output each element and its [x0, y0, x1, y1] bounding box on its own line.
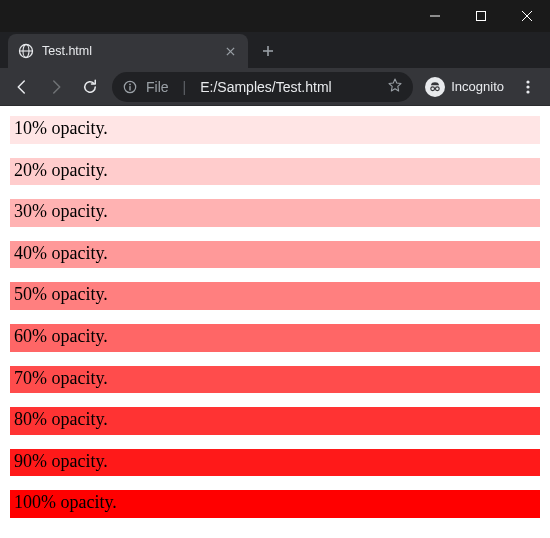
incognito-icon — [425, 77, 445, 97]
opacity-bar: 90% opacity. — [10, 449, 540, 477]
address-bar[interactable]: File | E:/Samples/Test.html — [112, 72, 413, 102]
browser-tab[interactable]: Test.html — [8, 34, 248, 68]
opacity-bar-label: 80% opacity. — [14, 409, 108, 429]
opacity-bar-label: 50% opacity. — [14, 284, 108, 304]
opacity-bar-label: 90% opacity. — [14, 451, 108, 471]
back-button[interactable] — [6, 71, 38, 103]
site-info-icon[interactable] — [122, 79, 138, 95]
browser-toolbar: File | E:/Samples/Test.html Incognito — [0, 68, 550, 106]
tab-title: Test.html — [42, 44, 214, 58]
forward-button[interactable] — [40, 71, 72, 103]
opacity-bar: 30% opacity. — [10, 199, 540, 227]
opacity-bar-label: 20% opacity. — [14, 160, 108, 180]
opacity-bar-label: 30% opacity. — [14, 201, 108, 221]
svg-point-14 — [431, 86, 435, 90]
svg-point-18 — [526, 85, 529, 88]
svg-point-12 — [129, 83, 131, 85]
url-scheme: File — [146, 79, 169, 95]
opacity-bar-label: 70% opacity. — [14, 368, 108, 388]
svg-point-17 — [526, 80, 529, 83]
opacity-bar: 70% opacity. — [10, 366, 540, 394]
url-path: E:/Samples/Test.html — [200, 79, 332, 95]
opacity-bar-label: 10% opacity. — [14, 118, 108, 138]
svg-rect-1 — [477, 12, 486, 21]
reload-button[interactable] — [74, 71, 106, 103]
opacity-bar: 50% opacity. — [10, 282, 540, 310]
opacity-bar: 40% opacity. — [10, 241, 540, 269]
window-titlebar — [0, 0, 550, 32]
new-tab-button[interactable] — [254, 37, 282, 65]
window-maximize-button[interactable] — [458, 0, 504, 32]
bookmark-star-icon[interactable] — [387, 77, 403, 96]
svg-point-15 — [436, 86, 440, 90]
url-separator: | — [177, 79, 193, 95]
opacity-bar: 80% opacity. — [10, 407, 540, 435]
opacity-bar: 10% opacity. — [10, 116, 540, 144]
opacity-bar: 60% opacity. — [10, 324, 540, 352]
tab-strip: Test.html — [0, 32, 550, 68]
opacity-bar: 20% opacity. — [10, 158, 540, 186]
opacity-bar-label: 40% opacity. — [14, 243, 108, 263]
opacity-bar: 100% opacity. — [10, 490, 540, 518]
browser-menu-button[interactable] — [512, 71, 544, 103]
tab-close-button[interactable] — [222, 43, 238, 59]
globe-icon — [18, 43, 34, 59]
incognito-label: Incognito — [451, 79, 504, 94]
page-content: 10% opacity.20% opacity.30% opacity.40% … — [0, 106, 550, 538]
opacity-bar-label: 100% opacity. — [14, 492, 117, 512]
svg-point-19 — [526, 90, 529, 93]
window-close-button[interactable] — [504, 0, 550, 32]
opacity-bar-label: 60% opacity. — [14, 326, 108, 346]
incognito-indicator[interactable]: Incognito — [419, 77, 510, 97]
window-minimize-button[interactable] — [412, 0, 458, 32]
svg-rect-13 — [129, 86, 130, 90]
